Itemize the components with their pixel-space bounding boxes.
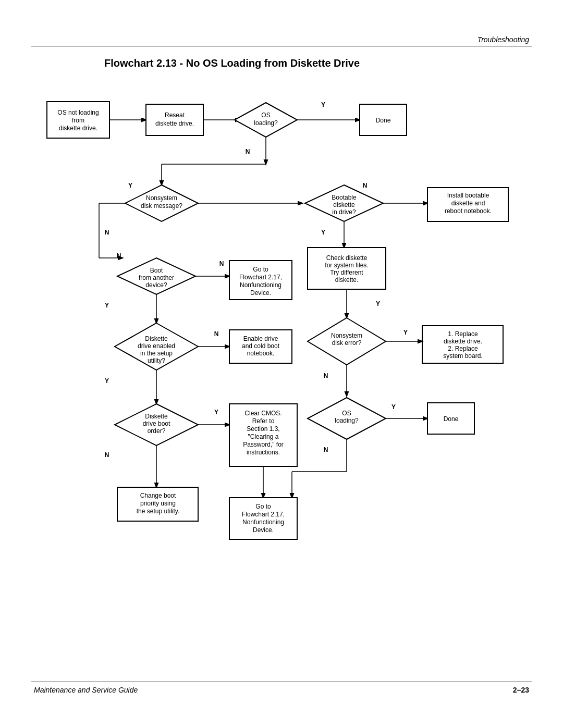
svg-text:Y: Y — [321, 229, 325, 236]
page: Troubleshooting Flowchart 2.13 - No OS L… — [0, 0, 563, 728]
svg-text:Device.: Device. — [253, 526, 274, 534]
svg-text:1. Replace: 1. Replace — [448, 330, 478, 338]
svg-text:diskette drive.: diskette drive. — [444, 338, 482, 345]
svg-text:Y: Y — [403, 329, 408, 336]
svg-text:in drive?: in drive? — [332, 208, 356, 216]
header-section: Troubleshooting — [478, 35, 529, 44]
svg-text:Enable drive: Enable drive — [243, 335, 278, 342]
svg-text:instructions.: instructions. — [247, 449, 280, 456]
svg-text:reboot notebook.: reboot notebook. — [445, 207, 492, 215]
svg-text:Section 1.3,: Section 1.3, — [247, 425, 279, 433]
svg-text:N: N — [324, 446, 328, 453]
svg-text:N: N — [105, 451, 109, 459]
svg-text:notebook.: notebook. — [247, 350, 275, 357]
svg-text:Y: Y — [391, 403, 396, 411]
svg-text:for system files.: for system files. — [325, 262, 368, 269]
svg-text:order?: order? — [148, 427, 166, 435]
svg-text:Done: Done — [376, 117, 391, 124]
flowchart-svg: OS not loading from diskette drive. Rese… — [31, 81, 532, 696]
svg-text:Boot: Boot — [150, 267, 163, 274]
svg-text:Nonsystem: Nonsystem — [331, 332, 362, 339]
svg-text:drive enabled: drive enabled — [138, 342, 175, 350]
page-title: Flowchart 2.13 - No OS Loading from Disk… — [104, 57, 360, 69]
svg-text:diskette and: diskette and — [451, 200, 485, 207]
svg-text:Nonfunctioning: Nonfunctioning — [242, 519, 284, 526]
svg-text:from another: from another — [139, 274, 174, 281]
svg-text:device?: device? — [145, 281, 167, 289]
svg-text:disk message?: disk message? — [141, 202, 182, 209]
svg-text:Change boot: Change boot — [140, 492, 176, 499]
svg-text:2. Replace: 2. Replace — [448, 345, 478, 352]
svg-text:N: N — [363, 182, 368, 189]
svg-text:Nonsystem: Nonsystem — [146, 194, 177, 202]
svg-text:Y: Y — [128, 182, 132, 189]
svg-text:Install bootable: Install bootable — [447, 192, 489, 199]
svg-text:Diskette: Diskette — [145, 413, 168, 420]
svg-text:Check diskette: Check diskette — [326, 254, 368, 262]
svg-text:Password," for: Password," for — [243, 441, 284, 448]
svg-text:Y: Y — [214, 409, 218, 416]
svg-text:drive boot: drive boot — [143, 420, 170, 427]
svg-text:in the setup: in the setup — [140, 350, 173, 357]
svg-text:loading?: loading? — [335, 417, 359, 424]
svg-text:Y: Y — [376, 300, 380, 307]
footer-right: 2–23 — [513, 686, 529, 694]
svg-text:Nonfunctioning: Nonfunctioning — [240, 281, 282, 289]
svg-text:diskette: diskette — [333, 201, 355, 208]
svg-text:N: N — [214, 330, 219, 338]
svg-text:N: N — [105, 229, 109, 236]
flowchart: OS not loading from diskette drive. Rese… — [31, 81, 532, 696]
svg-text:Flowchart 2.17,: Flowchart 2.17, — [239, 274, 282, 281]
svg-text:Y: Y — [105, 302, 109, 309]
svg-text:Y: Y — [321, 101, 325, 108]
footer-line — [31, 682, 532, 682]
svg-text:Go to: Go to — [253, 266, 268, 273]
svg-text:N: N — [324, 372, 328, 379]
svg-text:N: N — [117, 252, 121, 260]
svg-text:Bootable: Bootable — [332, 194, 357, 201]
svg-text:OS: OS — [261, 112, 270, 119]
svg-text:Done: Done — [444, 415, 459, 423]
svg-text:and cold boot: and cold boot — [242, 342, 280, 350]
svg-text:Flowchart 2.17,: Flowchart 2.17, — [242, 511, 285, 518]
svg-text:loading?: loading? — [254, 119, 278, 127]
svg-text:from: from — [72, 117, 84, 124]
svg-text:Y: Y — [105, 377, 109, 385]
svg-text:N: N — [246, 148, 250, 155]
svg-text:system board.: system board. — [443, 352, 482, 360]
svg-text:diskette drive.: diskette drive. — [155, 120, 194, 127]
svg-text:utility?: utility? — [148, 357, 165, 364]
svg-text:Refer to: Refer to — [252, 417, 275, 425]
svg-text:Device.: Device. — [250, 289, 271, 297]
svg-text:disk error?: disk error? — [332, 339, 362, 347]
svg-text:OS: OS — [342, 410, 351, 417]
header-line — [31, 46, 532, 46]
svg-text:the setup utility.: the setup utility. — [137, 508, 180, 515]
svg-text:OS not loading: OS not loading — [57, 109, 99, 116]
svg-text:"Clearing a: "Clearing a — [248, 433, 279, 440]
svg-text:Clear CMOS.: Clear CMOS. — [244, 410, 282, 417]
footer-left: Maintenance and Service Guide — [34, 686, 138, 694]
svg-text:diskette drive.: diskette drive. — [59, 125, 97, 132]
svg-text:diskette.: diskette. — [335, 276, 359, 283]
svg-text:Try different: Try different — [330, 269, 363, 276]
svg-text:Diskette: Diskette — [145, 335, 168, 342]
svg-text:Go to: Go to — [255, 503, 271, 510]
svg-text:N: N — [219, 260, 224, 267]
svg-text:Reseat: Reseat — [165, 112, 185, 119]
svg-text:priority using: priority using — [140, 500, 176, 507]
